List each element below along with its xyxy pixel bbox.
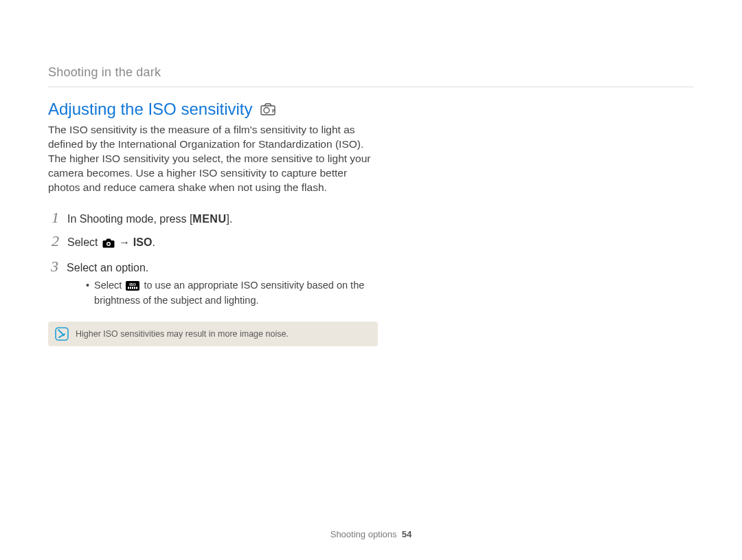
svg-text:P: P xyxy=(272,109,276,113)
note-text: Higher ISO sensitivities may result in m… xyxy=(76,329,289,339)
step-text-pre: In Shooting mode, press [ xyxy=(67,213,192,225)
camera-p-icon: P xyxy=(260,103,276,115)
svg-point-1 xyxy=(264,108,269,113)
page-number: 54 xyxy=(402,529,412,539)
iso-auto-icon: ISO xyxy=(126,281,139,295)
svg-text:ISO: ISO xyxy=(130,282,137,286)
svg-rect-10 xyxy=(132,287,133,289)
breadcrumb: Shooting in the dark xyxy=(48,65,694,80)
page-footer: Shooting options 54 xyxy=(0,529,742,539)
intro-paragraph: The ISO sensitivity is the measure of a … xyxy=(48,123,371,195)
step-number: 2 xyxy=(48,234,59,249)
step-text-post: . xyxy=(152,236,155,248)
step-text-post: ]. xyxy=(226,213,232,225)
step-number: 3 xyxy=(48,259,58,274)
footer-section: Shooting options xyxy=(330,529,397,539)
svg-rect-11 xyxy=(134,287,135,289)
arrow-icon: → xyxy=(116,236,133,248)
step-text-pre: Select an option. xyxy=(67,262,148,273)
note-icon xyxy=(55,327,69,341)
bullet-pre: Select xyxy=(94,280,124,291)
svg-rect-12 xyxy=(136,287,137,289)
heading-row: Adjusting the ISO sensitivity P xyxy=(48,100,694,119)
divider xyxy=(48,87,694,87)
camera-icon xyxy=(102,237,115,252)
step-text-pre: Select xyxy=(67,236,101,248)
iso-label: ISO xyxy=(133,236,153,248)
svg-point-5 xyxy=(107,243,109,245)
step-sub-bullet: Select ISO to use an appropriate ISO sen… xyxy=(86,279,378,308)
step-body: In Shooting mode, press [MENU]. xyxy=(67,212,232,227)
step-3: 3 Select an option. Select ISO xyxy=(48,259,378,308)
step-body: Select → ISO. xyxy=(67,235,155,252)
svg-rect-8 xyxy=(128,287,129,289)
note-box: Higher ISO sensitivities may result in m… xyxy=(48,322,378,346)
step-body: Select an option. Select ISO to use an xyxy=(67,260,378,308)
section-heading: Adjusting the ISO sensitivity xyxy=(48,100,252,119)
step-1: 1 In Shooting mode, press [MENU]. xyxy=(48,210,378,227)
steps-list: 1 In Shooting mode, press [MENU]. 2 Sele… xyxy=(48,210,378,308)
step-2: 2 Select → ISO. xyxy=(48,234,378,252)
step-number: 1 xyxy=(48,210,59,225)
svg-rect-9 xyxy=(130,287,131,289)
manual-page: Shooting in the dark Adjusting the ISO s… xyxy=(0,0,742,560)
menu-glyph-icon: MENU xyxy=(192,213,226,225)
